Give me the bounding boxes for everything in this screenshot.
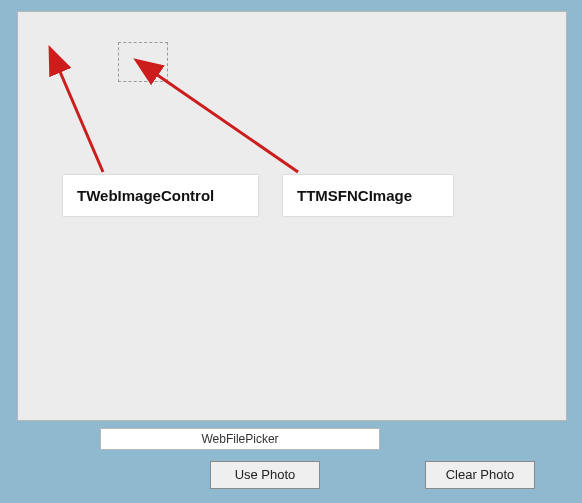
annotation-arrows — [18, 12, 568, 422]
label-tweb-image-control: TWebImageControl — [63, 175, 258, 216]
label-ttmsfnc-image: TTMSFNCImage — [283, 175, 453, 216]
page-root: TWebImageControl TTMSFNCImage WebFilePic… — [0, 0, 582, 503]
arrow-to-fncimage — [153, 72, 298, 172]
use-photo-button[interactable]: Use Photo — [210, 461, 320, 489]
web-file-picker[interactable]: WebFilePicker — [100, 428, 380, 450]
bottom-bar: WebFilePicker Use Photo Clear Photo — [0, 424, 582, 503]
image-placeholder — [118, 42, 168, 82]
clear-photo-button[interactable]: Clear Photo — [425, 461, 535, 489]
main-panel: TWebImageControl TTMSFNCImage — [17, 11, 567, 421]
arrow-to-webimagecontrol — [58, 67, 103, 172]
